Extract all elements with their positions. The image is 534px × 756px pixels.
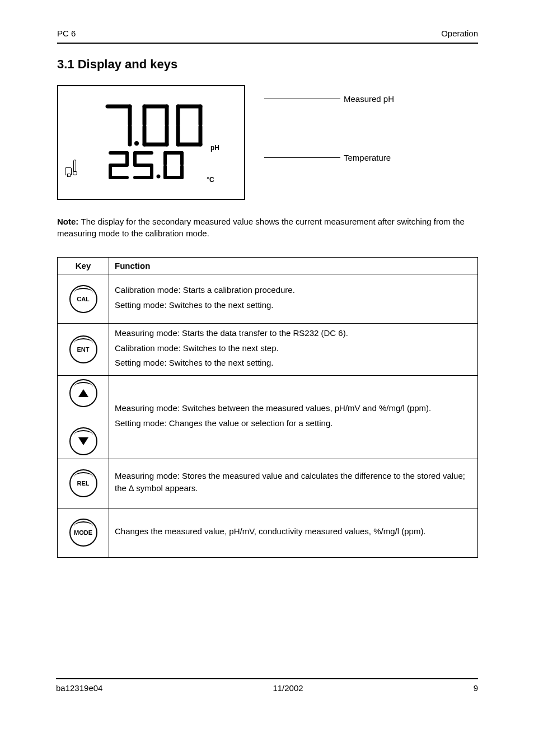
header-model: PC 6 <box>57 29 76 38</box>
func-cal-line-1: Setting mode: Switches to the next setti… <box>115 299 472 312</box>
main-value-digits <box>101 100 207 150</box>
cal-button[interactable]: CAL <box>69 285 97 313</box>
footer-rule <box>56 678 478 679</box>
sub-value-digits <box>106 148 203 182</box>
probe-icon <box>65 167 72 175</box>
func-arrows-line-1: Setting mode: Changes the value or selec… <box>115 417 472 430</box>
func-ent-line-1: Calibration mode: Switches to the next s… <box>115 342 472 355</box>
note-label: Note: <box>57 217 81 226</box>
key-arrows-cell <box>58 375 109 459</box>
arrow-down-icon <box>78 437 88 445</box>
func-cal-line-0: Calibration mode: Starts a calibration p… <box>115 284 472 297</box>
down-button[interactable] <box>69 427 97 455</box>
key-function-table: Key Function CAL Calibration mode: Start… <box>57 257 478 558</box>
key-rel-cell: REL <box>58 459 109 508</box>
lcd-display: pH <box>57 85 245 200</box>
th-function: Function <box>109 258 478 274</box>
rel-button[interactable]: REL <box>69 469 97 497</box>
key-ent-cell: ENT <box>58 324 109 376</box>
callout-main: Measured pH <box>344 94 394 104</box>
func-ent: Measuring mode: Starts the data transfer… <box>109 324 478 376</box>
callout-line-bottom <box>264 157 340 158</box>
func-rel-line-0: Measuring mode: Stores the measured valu… <box>115 470 472 495</box>
footer-page: 9 <box>474 683 478 693</box>
mode-button[interactable]: MODE <box>69 519 97 547</box>
note-paragraph: Note: The display for the secondary meas… <box>57 216 478 239</box>
func-mode: Changes the measured value, pH/mV, condu… <box>109 508 478 557</box>
key-mode-cell: MODE <box>58 508 109 557</box>
footer-docid: ba12319e04 <box>56 683 102 693</box>
note-text: The display for the secondary measured v… <box>57 217 465 238</box>
func-arrows-line-0: Measuring mode: Switches between the mea… <box>115 402 472 415</box>
svg-point-1 <box>157 175 161 179</box>
func-ent-line-2: Setting mode: Switches to the next setti… <box>115 357 472 370</box>
header-section: Operation <box>441 29 478 38</box>
th-key: Key <box>58 258 109 274</box>
arrow-up-icon <box>78 389 88 397</box>
thermometer-icon <box>73 160 76 175</box>
section-title: 3.1 Display and keys <box>57 57 478 72</box>
func-ent-line-0: Measuring mode: Starts the data transfer… <box>115 327 472 340</box>
key-cal-cell: CAL <box>58 274 109 324</box>
up-button[interactable] <box>69 379 97 407</box>
ent-button[interactable]: ENT <box>69 335 97 363</box>
callout-line-top <box>264 99 340 99</box>
func-cal: Calibration mode: Starts a calibration p… <box>109 274 478 324</box>
header-rule <box>57 43 478 44</box>
sub-unit: °C <box>207 176 214 184</box>
func-rel: Measuring mode: Stores the measured valu… <box>109 459 478 508</box>
callout-sub: Temperature <box>344 153 391 162</box>
func-arrows: Measuring mode: Switches between the mea… <box>109 375 478 459</box>
footer-date: 11/2002 <box>273 683 303 693</box>
svg-point-0 <box>134 141 139 146</box>
func-mode-line-0: Changes the measured value, pH/mV, condu… <box>115 525 472 538</box>
